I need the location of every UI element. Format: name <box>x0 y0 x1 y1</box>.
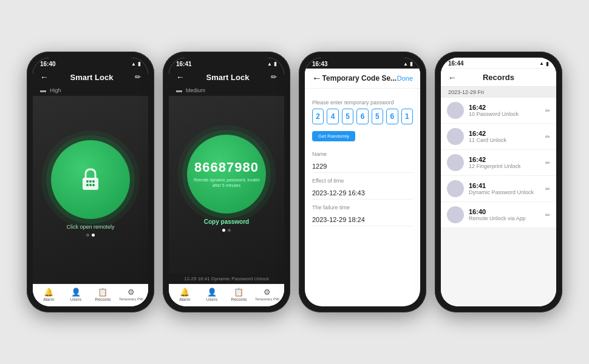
date-header-4: 2023-12-29 Fri <box>441 87 556 98</box>
svg-point-6 <box>89 184 92 186</box>
wifi-icon-3: ▲ <box>403 61 408 67</box>
record-action-1: 11 Card Unlock <box>469 137 540 143</box>
app-header-1: ← Smart Lock ✏ <box>33 69 148 86</box>
users-icon-1: 👤 <box>71 288 81 297</box>
records-label-2: Records <box>231 297 247 302</box>
svg-point-2 <box>86 180 89 183</box>
status-time-2: 16:41 <box>176 61 192 67</box>
avatar-3 <box>447 180 464 197</box>
records-icon-2: 📋 <box>234 288 243 297</box>
svg-point-4 <box>92 180 95 183</box>
nav-alarm-2[interactable]: 🔔 Alarm <box>174 288 196 302</box>
back-arrow-3[interactable]: ← <box>312 73 322 84</box>
dot-1 <box>86 234 89 237</box>
failure-label-3: The failure time <box>312 204 413 211</box>
app-title-1: Smart Lock <box>70 73 114 82</box>
edit-icon-1[interactable]: ✏ <box>135 73 141 81</box>
wifi-icon-2: ▲ <box>267 61 272 67</box>
phone4-records-list: 2023-12-29 Fri 16:42 10 Password Unlock … <box>441 87 556 306</box>
status-time-1: 16:40 <box>40 61 56 67</box>
status-time-4: 16:44 <box>448 60 464 67</box>
record-info-4: 16:40 Remote Unlock via App <box>469 208 540 221</box>
pin-row-3: 2 4 5 6 5 6 1 <box>312 109 413 124</box>
records-label-1: Records <box>95 297 111 302</box>
phone-4: 16:44 ▲ ▮ ← Records 2023-12-29 Fri 16:42… <box>435 52 562 312</box>
record-time-2: 16:42 <box>469 156 540 163</box>
dot-2b <box>228 229 231 232</box>
password-circle-2[interactable]: 86687980 Remote dynamic password, invali… <box>187 135 266 214</box>
pin-box-5[interactable]: 6 <box>386 109 398 124</box>
phone4-title: Records <box>483 73 514 82</box>
done-button-3[interactable]: Done <box>397 75 413 82</box>
pin-box-0[interactable]: 2 <box>312 109 324 124</box>
green-circle-1[interactable] <box>51 140 130 219</box>
avatar-2 <box>447 154 464 171</box>
record-edit-icon-4[interactable]: ✏ <box>545 212 550 218</box>
nav-records-2[interactable]: 📋 Records <box>228 288 250 302</box>
battery-level-2: ▬ Medium <box>169 86 284 96</box>
nav-records-1[interactable]: 📋 Records <box>92 288 114 302</box>
edit-icon-2[interactable]: ✏ <box>271 73 277 81</box>
dot-indicator-2 <box>222 229 231 232</box>
users-label-1: Users <box>70 297 81 302</box>
alarm-icon-2: 🔔 <box>180 288 189 297</box>
phone-2-screen: 16:41 ▲ ▮ ← Smart Lock ✏ ▬ Medium 866879… <box>169 58 284 306</box>
get-randomly-btn-3[interactable]: Get Randomly <box>312 131 355 141</box>
nav-users-1[interactable]: 👤 Users <box>65 288 87 302</box>
record-action-0: 10 Password Unlock <box>469 111 540 117</box>
svg-point-5 <box>86 184 89 186</box>
status-time-3: 16:43 <box>312 61 328 67</box>
nav-temppw-1[interactable]: ⚙ Temporary PW <box>119 288 143 302</box>
phone-2: 16:41 ▲ ▮ ← Smart Lock ✏ ▬ Medium 866879… <box>163 52 290 312</box>
pin-box-1[interactable]: 4 <box>327 109 338 124</box>
pin-box-3[interactable]: 6 <box>356 109 368 124</box>
app-header-2: ← Smart Lock ✏ <box>169 69 284 86</box>
record-edit-icon-2[interactable]: ✏ <box>545 160 550 166</box>
temppw-icon-2: ⚙ <box>264 288 271 297</box>
record-info-1: 16:42 11 Card Unlock <box>469 130 540 143</box>
avatar-4 <box>447 206 464 223</box>
record-item-1: 16:42 11 Card Unlock ✏ <box>441 124 556 150</box>
record-item-0: 16:42 10 Password Unlock ✏ <box>441 98 556 124</box>
back-arrow-1[interactable]: ← <box>40 72 49 82</box>
status-bar-4: 16:44 ▲ ▮ <box>441 58 556 69</box>
nav-temppw-2[interactable]: ⚙ Temporary PW <box>255 288 279 302</box>
record-edit-icon-0[interactable]: ✏ <box>545 107 550 114</box>
battery-icon-3: ▮ <box>410 61 413 67</box>
copy-password-btn-2[interactable]: Copy password <box>204 218 249 225</box>
app-title-2: Smart Lock <box>206 73 250 82</box>
pin-box-2[interactable]: 5 <box>342 109 353 124</box>
users-label-2: Users <box>206 297 217 302</box>
record-action-4: Remote Unlock via App <box>469 215 540 221</box>
phone-4-screen: 16:44 ▲ ▮ ← Records 2023-12-29 Fri 16:42… <box>441 58 556 306</box>
battery-icon-2: ▮ <box>274 61 277 67</box>
back-arrow-4[interactable]: ← <box>448 73 457 83</box>
unlock-footer-2: 12-29 16:41 Dynamic Password Unlock <box>169 274 284 284</box>
status-bar-1: 16:40 ▲ ▮ <box>33 58 148 69</box>
alarm-icon-1: 🔔 <box>44 288 53 297</box>
bottom-nav-1: 🔔 Alarm 👤 Users 📋 Records ⚙ Temporary PW <box>33 284 148 306</box>
effect-value-3: 2023-12-29 16:43 <box>312 187 413 200</box>
phone3-body: Please enter temporary password 2 4 5 6 … <box>305 89 420 306</box>
record-item-3: 16:41 Dynamic Password Unlock ✏ <box>441 176 556 202</box>
records-icon-1: 📋 <box>98 288 107 297</box>
back-arrow-2[interactable]: ← <box>176 72 185 82</box>
battery-icon-label-2: ▬ <box>176 87 182 93</box>
record-info-2: 16:42 12 Fingerprint Unlock <box>469 156 540 169</box>
phone3-title: Temporary Code Se... <box>322 74 397 83</box>
lock-container-1[interactable]: Click open remotely <box>33 96 148 284</box>
avatar-1 <box>447 128 464 145</box>
records-container: 16:42 10 Password Unlock ✏ 16:42 11 Card… <box>441 98 556 228</box>
pin-box-4[interactable]: 5 <box>372 109 383 124</box>
dot-indicator-1 <box>86 234 95 237</box>
phone4-header: ← Records <box>441 69 556 87</box>
prompt-label-3: Please enter temporary password <box>312 99 413 106</box>
pin-box-6[interactable]: 1 <box>401 109 413 124</box>
record-edit-icon-1[interactable]: ✏ <box>545 133 550 140</box>
nav-users-2[interactable]: 👤 Users <box>201 288 223 302</box>
svg-point-3 <box>89 180 92 183</box>
lock-container-2[interactable]: 86687980 Remote dynamic password, invali… <box>169 96 284 274</box>
record-edit-icon-3[interactable]: ✏ <box>545 186 550 192</box>
nav-alarm-1[interactable]: 🔔 Alarm <box>38 288 60 302</box>
record-action-3: Dynamic Password Unlock <box>469 189 540 195</box>
